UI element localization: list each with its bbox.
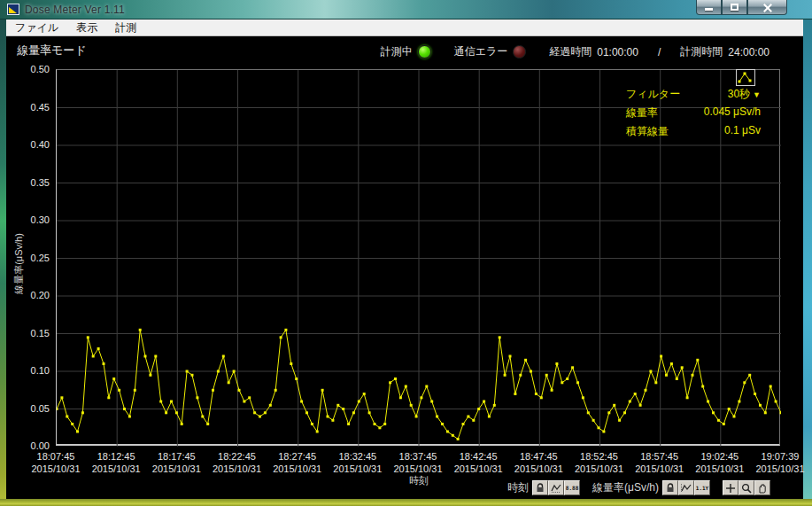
x-tick-time: 18:52:45 <box>568 451 631 462</box>
y-tick-label: 0.35 <box>31 177 50 188</box>
x-scale-lock-button[interactable] <box>532 480 548 495</box>
x-scale-format-button[interactable]: 8.88 <box>564 480 580 495</box>
x-tick-label: 18:07:452015/10/31 <box>24 451 88 474</box>
line-plot-icon <box>737 70 754 85</box>
integrated-dose-row: 積算線量 0.1 μSv <box>626 124 761 139</box>
client-area: 線量率モード 計測中 通信エラー 経過時間 01:00:00 / 計測時間 24… <box>6 36 803 499</box>
plot-legend-button[interactable] <box>736 69 755 86</box>
y-scale-lock-button[interactable] <box>662 480 678 495</box>
x-tick-time: 18:27:45 <box>266 451 329 462</box>
crosshair-icon <box>725 483 736 494</box>
x-tick-date: 2015/10/31 <box>446 463 510 474</box>
filter-select[interactable]: 30秒▼ <box>728 87 761 102</box>
x-tick-time: 18:12:45 <box>84 451 148 462</box>
minimize-button[interactable] <box>696 0 722 15</box>
hand-icon <box>757 483 768 494</box>
magnifier-icon <box>741 483 752 494</box>
y-tick-label: 0.45 <box>31 102 50 113</box>
x-tick-time: 18:42:45 <box>446 451 510 462</box>
dose-rate-value: 0.045 μSv/h <box>704 105 761 121</box>
graph-toolbar: 時刻 8.88 線量率(μSv/h) <box>507 479 770 496</box>
x-tick-date: 2015/10/31 <box>326 463 390 474</box>
x-tick-label: 18:47:452015/10/31 <box>507 451 570 474</box>
close-button[interactable] <box>747 0 787 15</box>
x-tick-time: 18:17:45 <box>144 451 208 462</box>
y-tick-label: 0.50 <box>31 64 50 74</box>
maximize-button[interactable] <box>722 0 747 15</box>
x-tick-time: 18:37:45 <box>386 451 450 462</box>
x-tick-date: 2015/10/31 <box>507 463 570 474</box>
window-border-right <box>803 19 812 499</box>
x-tick-label: 18:12:452015/10/31 <box>84 451 148 474</box>
x-tick-label: 18:22:452015/10/31 <box>205 451 269 474</box>
x-tick-label: 18:52:452015/10/31 <box>568 451 631 474</box>
graph-tool-buttons <box>723 480 770 495</box>
menu-bar: ファイル 表示 計測 <box>6 19 803 36</box>
x-tick-date: 2015/10/31 <box>24 463 88 474</box>
cursor-tool-button[interactable] <box>723 480 739 495</box>
window-border-bottom <box>0 499 812 506</box>
filter-row: フィルター 30秒▼ <box>626 87 761 102</box>
pan-tool-button[interactable] <box>754 480 770 495</box>
x-axis-title: 時刻 <box>387 474 451 487</box>
y-tick-label: 0.00 <box>31 440 50 451</box>
x-scale-buttons: 8.88 <box>532 480 580 495</box>
y-tick-label: 0.30 <box>31 214 50 225</box>
x-tick-time: 18:32:45 <box>326 451 390 462</box>
scale-format-icon: 1.1Y <box>696 486 708 491</box>
x-tick-label: 19:07:392015/10/31 <box>748 451 812 474</box>
x-tick-date: 2015/10/31 <box>205 463 269 474</box>
x-tick-time: 18:57:45 <box>628 451 692 462</box>
chevron-down-icon: ▼ <box>753 90 761 99</box>
x-tick-time: 18:47:45 <box>507 451 570 462</box>
minimize-icon <box>705 8 713 11</box>
menu-view[interactable]: 表示 <box>67 19 106 37</box>
close-icon <box>762 4 772 12</box>
dose-rate-label: 線量率 <box>626 105 658 121</box>
zoom-tool-button[interactable] <box>739 480 754 495</box>
y-tick-label: 0.25 <box>31 253 50 263</box>
app-icon <box>7 4 19 15</box>
y-scale-format-button[interactable]: 1.1Y <box>694 480 710 495</box>
integrated-dose-value: 0.1 μSv <box>724 124 761 139</box>
x-tick-date: 2015/10/31 <box>266 463 329 474</box>
x-tick-date: 2015/10/31 <box>748 463 812 474</box>
y-tick-label: 0.10 <box>31 365 50 376</box>
window-title: Dose Meter Ver 1.11 <box>25 4 125 16</box>
chart-region: 線量率(μSv/h) 0.500.450.400.350.300.250.200… <box>6 36 803 499</box>
x-tick-label: 19:02:452015/10/31 <box>688 451 752 474</box>
integrated-dose-label: 積算線量 <box>626 124 669 139</box>
x-tick-date: 2015/10/31 <box>688 463 752 474</box>
x-tick-date: 2015/10/31 <box>568 463 631 474</box>
x-tick-label: 18:57:452015/10/31 <box>628 451 692 474</box>
app-window: Dose Meter Ver 1.11 ファイル 表示 計測 線量率モード 計測… <box>0 0 812 506</box>
x-tick-date: 2015/10/31 <box>84 463 148 474</box>
x-tick-time: 19:07:39 <box>748 451 812 462</box>
x-tick-label: 18:17:452015/10/31 <box>144 451 208 474</box>
y-tick-label: 0.05 <box>31 403 50 414</box>
x-tick-date: 2015/10/31 <box>628 463 692 474</box>
x-tick-time: 19:02:45 <box>688 451 752 462</box>
x-tick-date: 2015/10/31 <box>386 463 450 474</box>
y-scale-legend-label: 線量率(μSv/h) <box>592 480 659 495</box>
x-tick-label: 18:37:452015/10/31 <box>386 451 450 474</box>
x-tick-label: 18:27:452015/10/31 <box>266 451 329 474</box>
x-autoscale-button[interactable] <box>548 480 564 495</box>
window-border-left <box>0 19 6 499</box>
lock-icon <box>666 483 675 493</box>
y-scale-buttons: 1.1Y <box>662 480 710 495</box>
menu-file[interactable]: ファイル <box>6 19 67 37</box>
lock-icon <box>536 483 545 493</box>
y-tick-label: 0.20 <box>31 290 50 300</box>
y-tick-label: 0.15 <box>31 328 50 339</box>
y-autoscale-button[interactable] <box>678 480 694 495</box>
menu-measure[interactable]: 計測 <box>106 19 145 37</box>
x-tick-time: 18:22:45 <box>205 451 269 462</box>
x-tick-label: 18:32:452015/10/31 <box>326 451 390 474</box>
filter-label: フィルター <box>626 87 680 102</box>
dose-rate-row: 線量率 0.045 μSv/h <box>626 105 761 121</box>
title-bar[interactable]: Dose Meter Ver 1.11 <box>0 0 812 19</box>
window-controls <box>696 0 787 15</box>
y-axis-title: 線量率(μSv/h) <box>12 224 26 304</box>
x-tick-label: 18:42:452015/10/31 <box>446 451 510 474</box>
